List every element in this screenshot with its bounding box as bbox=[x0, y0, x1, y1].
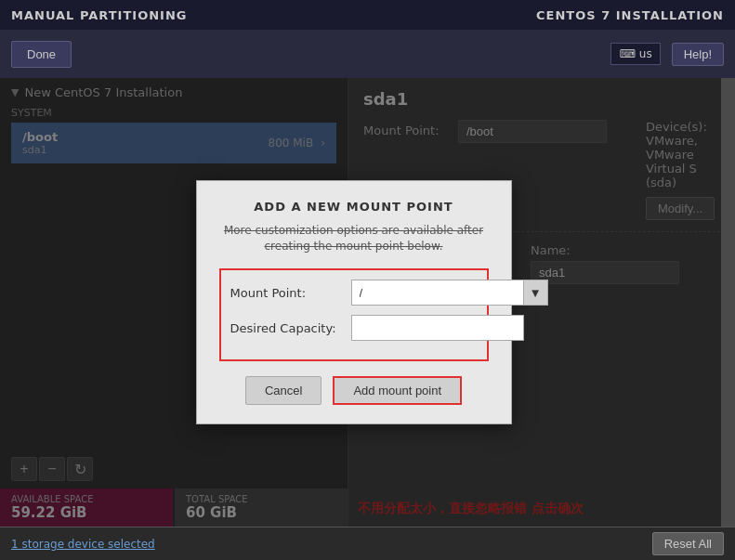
keyboard-icon: ⌨ bbox=[619, 47, 635, 60]
modal-mount-point-input[interactable] bbox=[351, 280, 524, 306]
main-content: ▼ New CentOS 7 Installation SYSTEM /boot… bbox=[0, 78, 735, 527]
header: MANUAL PARTITIONING CENTOS 7 INSTALLATIO… bbox=[0, 0, 735, 30]
modal-overlay: ADD A NEW MOUNT POINT More customization… bbox=[0, 78, 721, 527]
modal-capacity-input[interactable] bbox=[351, 315, 524, 341]
modal-mount-point-row: Mount Point: ▼ bbox=[230, 280, 478, 306]
toolbar: Done ⌨ us Help! bbox=[0, 30, 735, 78]
modal-dialog: ADD A NEW MOUNT POINT More customization… bbox=[196, 180, 512, 425]
add-mount-button[interactable]: Add mount point bbox=[335, 378, 460, 403]
modal-mount-point-label: Mount Point: bbox=[230, 286, 342, 300]
cancel-button[interactable]: Cancel bbox=[245, 376, 322, 405]
help-button[interactable]: Help! bbox=[672, 43, 724, 66]
modal-input-highlight: Mount Point: ▼ Desired Capacity: bbox=[219, 268, 489, 361]
modal-buttons: Cancel Add mount point bbox=[219, 376, 489, 405]
centos-title: CENTOS 7 INSTALLATION bbox=[536, 8, 724, 22]
reset-all-button[interactable]: Reset All bbox=[652, 532, 724, 555]
modal-mount-point-wrapper: ▼ bbox=[351, 280, 548, 306]
modal-title: ADD A NEW MOUNT POINT bbox=[219, 200, 489, 214]
done-button[interactable]: Done bbox=[11, 41, 72, 68]
keyboard-selector[interactable]: ⌨ us bbox=[610, 43, 660, 65]
modal-capacity-wrapper bbox=[351, 315, 524, 341]
modal-subtitle: More customization options are available… bbox=[219, 223, 489, 254]
page-title: MANUAL PARTITIONING bbox=[11, 8, 187, 22]
footer: 1 storage device selected Reset All bbox=[0, 527, 735, 560]
right-panel: sda1 Mount Point: Device(s): VMware, VMw… bbox=[348, 78, 735, 527]
add-mount-highlight: Add mount point bbox=[333, 376, 462, 405]
header-right: CENTOS 7 INSTALLATION bbox=[536, 8, 724, 22]
modal-capacity-row: Desired Capacity: bbox=[230, 315, 478, 341]
modal-capacity-label: Desired Capacity: bbox=[230, 321, 342, 335]
storage-device-link[interactable]: 1 storage device selected bbox=[11, 538, 155, 551]
modal-mount-point-dropdown[interactable]: ▼ bbox=[524, 280, 548, 306]
